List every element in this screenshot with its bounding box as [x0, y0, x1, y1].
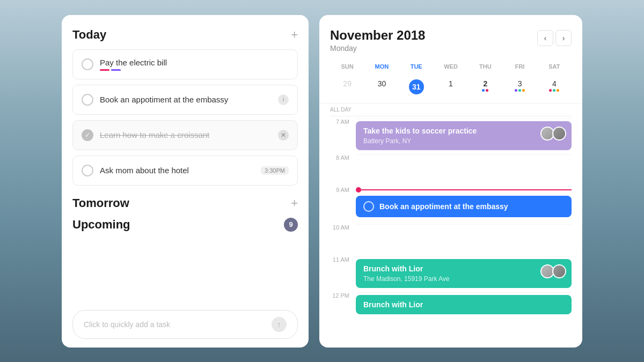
quick-add-input[interactable]: Click to quickly add a task ↑: [72, 310, 298, 339]
task-checkbox-done[interactable]: [82, 129, 93, 141]
calendar-header: November 2018 Monday ‹ ›: [330, 28, 572, 53]
event-location: The Madison, 15919 Park Ave: [363, 275, 564, 283]
task-content: Learn how to make a croissant: [100, 130, 272, 139]
task-item: Pay the electric bill: [72, 49, 298, 79]
avatar: [552, 127, 566, 141]
date-dot: [515, 89, 517, 92]
time-label: 11 AM: [330, 256, 349, 263]
day-header-sun: SUN: [330, 61, 364, 72]
event-avatars: [540, 127, 566, 141]
event-checkbox[interactable]: [363, 201, 374, 212]
calendar-date[interactable]: 3: [502, 76, 537, 98]
task-content: Pay the electric bill: [100, 58, 289, 71]
calendar-scroll-area: ALL DAY 7 AM Take the kids to soccer pra…: [319, 104, 582, 348]
task-remove-button[interactable]: ✕: [278, 130, 289, 141]
event-row-blue: Book an appotiment at the embassy: [363, 201, 564, 212]
time-row-9am: 9 AM Book an appotiment at the embassy: [330, 187, 572, 224]
quick-add-placeholder: Click to quickly add a task: [84, 320, 170, 329]
time-content: Take the kids to soccer practice Battery…: [356, 119, 572, 154]
event-location: Battery Park, NY: [363, 137, 564, 145]
task-content: Book an appotiment at the embassy: [100, 95, 272, 104]
now-line-bar: [361, 189, 572, 190]
date-dot: [557, 89, 559, 92]
day-header-mon: MON: [364, 61, 399, 72]
time-row-8am: 8 AM: [330, 154, 572, 187]
calendar-dates: 29 30 31 1 2 3: [330, 76, 572, 98]
task-tag: i: [278, 94, 289, 105]
time-content: Brunch with Lior The Madison, 15919 Park…: [356, 256, 572, 292]
quick-add-send-button[interactable]: ↑: [272, 317, 287, 332]
time-row-10am: 10 AM: [330, 224, 572, 256]
task-checkbox[interactable]: [82, 165, 93, 176]
tomorrow-header: Tomorrow +: [72, 196, 298, 210]
task-text-completed: Learn how to make a croissant: [100, 130, 272, 139]
calendar-prev-button[interactable]: ‹: [537, 30, 553, 46]
calendar-day-name: Monday: [330, 44, 425, 53]
task-checkbox[interactable]: [82, 94, 93, 106]
calendar-date[interactable]: 30: [364, 76, 399, 98]
event-block-soccer[interactable]: Take the kids to soccer practice Battery…: [356, 121, 572, 150]
task-item: Book an appotiment at the embassy i: [72, 85, 298, 115]
task-item: Learn how to make a croissant ✕: [72, 120, 298, 150]
time-content: [356, 154, 572, 159]
color-dot: [111, 69, 121, 71]
event-title: Book an appotiment at the embassy: [379, 202, 508, 211]
date-dot: [553, 89, 555, 92]
upcoming-header: Upcoming 9: [72, 218, 298, 232]
add-tomorrow-button[interactable]: +: [291, 197, 298, 209]
time-content: Brunch with Lior: [356, 292, 572, 319]
task-time-badge: 3:30PM: [261, 166, 289, 175]
calendar-month-year: November 2018: [330, 28, 425, 43]
today-title: Today: [72, 28, 106, 42]
date-dot: [482, 89, 485, 92]
task-text: Pay the electric bill: [100, 58, 289, 67]
day-header-thu: THU: [468, 61, 502, 72]
task-content: Ask mom about the hotel: [100, 166, 254, 175]
all-day-label: ALL DAY: [330, 107, 352, 113]
add-today-button[interactable]: +: [291, 29, 298, 41]
today-header: Today +: [72, 28, 298, 42]
event-title: Brunch with Lior: [363, 300, 564, 309]
task-item: Ask mom about the hotel 3:30PM: [72, 156, 298, 186]
task-dots: [100, 69, 289, 71]
time-row-12pm: 12 PM Brunch with Lior: [330, 292, 572, 324]
color-dot: [100, 69, 109, 71]
all-day-row: ALL DAY: [330, 104, 572, 116]
date-dot: [549, 89, 552, 92]
date-dot: [518, 89, 521, 92]
time-label: 9 AM: [330, 187, 349, 193]
now-dot: [356, 187, 361, 193]
calendar-date[interactable]: 2: [468, 76, 502, 98]
time-row-7am: 7 AM Take the kids to soccer practice Ba…: [330, 119, 572, 154]
calendar-title-block: November 2018 Monday: [330, 28, 425, 53]
task-text: Ask mom about the hotel: [100, 166, 254, 175]
day-header-tue: TUE: [399, 61, 434, 72]
calendar-date[interactable]: 29: [330, 76, 364, 98]
time-content: Book an appotiment at the embassy: [356, 187, 572, 221]
time-row-11am: 11 AM Brunch with Lior The Madison, 1591…: [330, 256, 572, 292]
now-line: [356, 187, 572, 193]
calendar-nav: ‹ ›: [537, 30, 572, 46]
calendar-date-today[interactable]: 31: [399, 76, 434, 98]
time-content: [356, 224, 572, 229]
day-header-sat: SAT: [537, 61, 572, 72]
date-dot: [522, 89, 525, 92]
time-label: 10 AM: [330, 224, 349, 231]
avatar: [552, 264, 566, 278]
event-block-embassy[interactable]: Book an appotiment at the embassy: [356, 196, 572, 217]
time-label: 7 AM: [330, 119, 349, 125]
event-avatars: [540, 264, 566, 278]
calendar-day-headers: SUN MON TUE WED THU FRI SAT: [330, 61, 572, 72]
calendar-next-button[interactable]: ›: [555, 30, 572, 46]
calendar-date[interactable]: 4: [537, 76, 572, 98]
time-label: 8 AM: [330, 154, 349, 161]
event-block-brunch[interactable]: Brunch with Lior The Madison, 15919 Park…: [356, 259, 572, 288]
date-dot: [486, 89, 488, 92]
upcoming-badge: 9: [284, 218, 298, 232]
task-checkbox[interactable]: [82, 58, 93, 70]
calendar-date[interactable]: 1: [434, 76, 468, 98]
event-title: Take the kids to soccer practice: [363, 127, 564, 135]
upcoming-title: Upcoming: [72, 218, 130, 232]
task-text: Book an appotiment at the embassy: [100, 95, 272, 104]
event-block-brunch2[interactable]: Brunch with Lior: [356, 295, 572, 314]
